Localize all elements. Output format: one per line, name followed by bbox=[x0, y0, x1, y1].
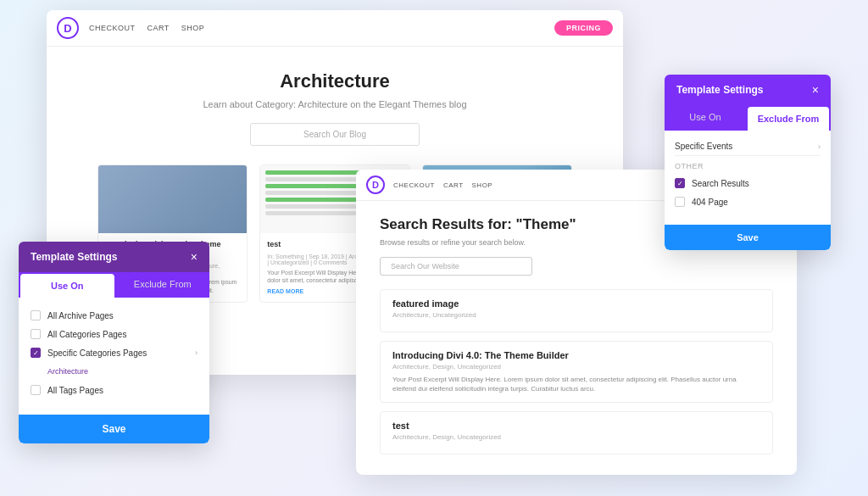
panel-item-specific-categories[interactable]: ✓ Specific Categories Pages › bbox=[31, 343, 198, 362]
nav-cart-2: CART bbox=[443, 181, 464, 189]
search-input-bar[interactable]: Search Our Website bbox=[380, 257, 532, 276]
panel-title-right: Template Settings bbox=[676, 84, 763, 96]
result-title-2: test bbox=[392, 421, 760, 431]
result-title-1: Introducing Divi 4.0: The Theme Builder bbox=[392, 350, 760, 360]
label-all-categories: All Categories Pages bbox=[47, 330, 126, 339]
result-excerpt-1: Your Post Excerpt Will Display Here. Lor… bbox=[392, 375, 760, 393]
result-card-1: Introducing Divi 4.0: The Theme Builder … bbox=[380, 341, 773, 403]
result-meta-0: Architecture, Uncategorized bbox=[392, 311, 760, 319]
nav-shop-1: SHOP bbox=[181, 24, 205, 32]
divi-logo-2: D bbox=[366, 176, 385, 194]
browser-nav-1: D CHECKOUT CART SHOP PRICING bbox=[47, 10, 623, 47]
nav-shop-2: SHOP bbox=[472, 181, 493, 189]
nav-links-2: CHECKOUT CART SHOP bbox=[393, 181, 492, 189]
panel-item-404[interactable]: 404 Page bbox=[675, 192, 821, 211]
template-panel-right: Template Settings × Use On Exclude From … bbox=[665, 75, 831, 250]
tab-exclude-from-left[interactable]: Exclude From bbox=[116, 272, 210, 298]
result-title-0: featured image bbox=[392, 298, 760, 309]
save-button-right[interactable]: Save bbox=[665, 225, 831, 250]
panel-item-all-tags[interactable]: All Tags Pages bbox=[31, 381, 198, 399]
architecture-title: Architecture bbox=[97, 70, 572, 92]
panel-tabs-right: Use On Exclude From bbox=[665, 105, 831, 131]
label-404: 404 Page bbox=[692, 198, 728, 207]
panel-body-right: Specific Events › Other ✓ Search Results… bbox=[665, 131, 831, 218]
label-specific-categories: Specific Categories Pages bbox=[47, 348, 147, 358]
divi-logo-1: D bbox=[57, 17, 79, 39]
nav-checkout-2: CHECKOUT bbox=[393, 181, 435, 189]
other-section-label: Other bbox=[675, 162, 821, 170]
tab-use-on-right[interactable]: Use On bbox=[665, 105, 746, 131]
nav-checkout-1: CHECKOUT bbox=[89, 24, 136, 32]
architecture-subtitle: Learn about Category: Architecture on th… bbox=[97, 99, 572, 109]
template-panel-left: Template Settings × Use On Exclude From … bbox=[19, 242, 209, 443]
chevron-icon-specific: › bbox=[195, 348, 198, 357]
specific-events-label: Specific Events bbox=[675, 142, 732, 151]
tab-use-on-left[interactable]: Use On bbox=[20, 274, 114, 298]
result-meta-1: Architecture, Design, Uncategorized bbox=[392, 363, 760, 371]
nav-links-1: CHECKOUT CART SHOP bbox=[89, 24, 204, 32]
search-bar-architecture[interactable]: Search Our Blog bbox=[250, 123, 420, 146]
pricing-button[interactable]: PRICING bbox=[554, 20, 613, 36]
nav-cart-1: CART bbox=[147, 24, 170, 32]
close-icon-right[interactable]: × bbox=[812, 83, 819, 97]
architecture-link[interactable]: Architecture bbox=[47, 367, 88, 376]
panel-item-all-archive[interactable]: All Archive Pages bbox=[31, 306, 198, 325]
card-img-arch bbox=[98, 165, 247, 233]
specific-events-row[interactable]: Specific Events › bbox=[675, 137, 821, 156]
close-icon-left[interactable]: × bbox=[191, 250, 198, 264]
panel-header-right: Template Settings × bbox=[665, 75, 831, 105]
panel-item-search-results[interactable]: ✓ Search Results bbox=[675, 174, 821, 192]
tab-exclude-from-right[interactable]: Exclude From bbox=[748, 107, 829, 131]
checkbox-search-results[interactable]: ✓ bbox=[675, 178, 685, 188]
checkbox-all-tags[interactable] bbox=[31, 385, 41, 395]
panel-body-left: All Archive Pages All Categories Pages ✓… bbox=[19, 298, 209, 408]
result-card-2: test Architecture, Design, Uncategorized bbox=[380, 411, 773, 454]
panel-tabs-left: Use On Exclude From bbox=[19, 272, 209, 298]
panel-item-all-categories[interactable]: All Categories Pages bbox=[31, 325, 198, 343]
label-search-results: Search Results bbox=[692, 179, 749, 188]
result-card-0: featured image Architecture, Uncategoriz… bbox=[380, 289, 773, 332]
checkbox-all-categories[interactable] bbox=[31, 329, 41, 339]
checkbox-specific-categories[interactable]: ✓ bbox=[31, 348, 41, 358]
panel-title-left: Template Settings bbox=[31, 251, 117, 263]
panel-header-left: Template Settings × bbox=[19, 242, 209, 272]
chevron-icon-events: › bbox=[818, 142, 821, 151]
result-meta-2: Architecture, Design, Uncategorized bbox=[392, 433, 760, 441]
label-all-archive: All Archive Pages bbox=[47, 311, 114, 320]
checkbox-all-archive[interactable] bbox=[31, 310, 41, 320]
label-all-tags: All Tags Pages bbox=[47, 386, 103, 395]
checkbox-404[interactable] bbox=[675, 197, 685, 207]
save-button-left[interactable]: Save bbox=[19, 415, 209, 443]
